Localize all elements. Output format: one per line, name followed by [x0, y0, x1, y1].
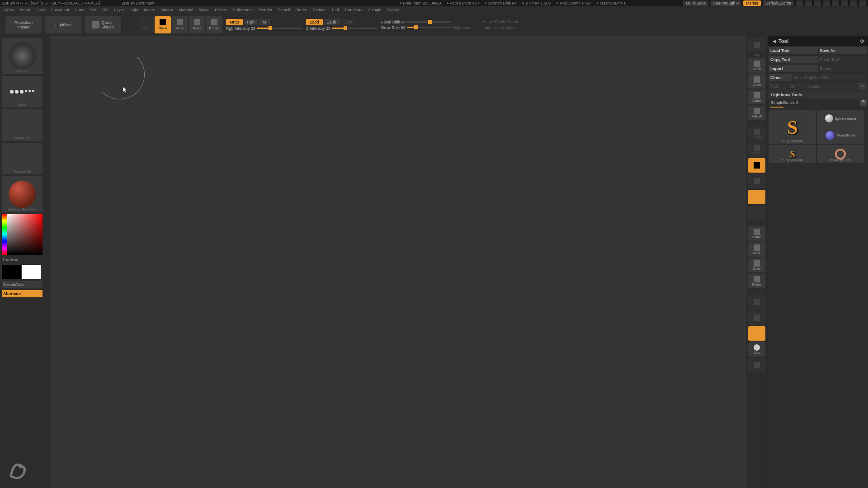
zadd-button[interactable]: Zadd	[306, 19, 323, 25]
color-picker[interactable]	[2, 214, 42, 255]
menu-marker[interactable]: Marker	[160, 8, 173, 12]
move-button[interactable]: Move	[172, 16, 188, 33]
tool-slot-simplebrush2[interactable]: S SimpleBrush	[769, 145, 816, 163]
quicksketch-button[interactable]: Quick Sketch	[85, 16, 121, 33]
menu-material[interactable]: Material	[179, 8, 193, 12]
canvas[interactable]	[50, 36, 746, 488]
xpose-disabled[interactable]	[748, 206, 765, 220]
menu-zscript[interactable]: Zscript	[387, 8, 399, 12]
export-button[interactable]: Export	[819, 65, 868, 72]
goz-button[interactable]: GoZ	[769, 83, 787, 90]
projection-master-button[interactable]: Projection Master	[5, 16, 42, 33]
scale-button[interactable]: Scale	[189, 16, 205, 33]
menu-color[interactable]: Color	[36, 8, 46, 12]
hue-strip[interactable]	[2, 214, 7, 255]
goz-all-button[interactable]: All	[788, 83, 806, 90]
material-selector[interactable]: MatCap Red Wax	[2, 176, 42, 212]
draw-button[interactable]: Draw	[155, 16, 171, 33]
scroll-button[interactable]: Scroll	[748, 58, 765, 73]
zoom-button[interactable]: Zoom	[748, 74, 765, 89]
zsub-button[interactable]: Zsub	[324, 19, 340, 25]
black-swatch[interactable]	[2, 265, 21, 279]
menus-button[interactable]: Menus	[743, 0, 761, 6]
saturation-box[interactable]	[7, 214, 42, 255]
menu-zplugin[interactable]: Zplugin	[368, 8, 382, 12]
transp-button[interactable]	[748, 310, 765, 325]
nav-move-button[interactable]: Move	[748, 242, 765, 257]
switchcolor-button[interactable]: SwitchColor	[2, 281, 42, 288]
minimize-icon[interactable]	[832, 0, 839, 6]
menu-layer[interactable]: Layer	[114, 8, 124, 12]
persp-button[interactable]: Persp	[748, 127, 765, 141]
m-button[interactable]: M	[259, 19, 270, 25]
close-icon[interactable]	[859, 0, 866, 6]
dock-blank[interactable]	[748, 38, 765, 52]
menu-preferences[interactable]: Preferences	[231, 8, 254, 12]
goz-visible-button[interactable]: Visible	[807, 83, 857, 90]
menu-texture[interactable]: Texture	[312, 8, 326, 12]
edit-button[interactable]: Edit	[137, 16, 154, 33]
refresh-icon[interactable]: ⟳	[860, 38, 864, 44]
goz-r-button[interactable]: R	[858, 83, 867, 90]
menu-draw[interactable]: Draw	[75, 8, 84, 12]
maximize-icon[interactable]	[841, 0, 848, 6]
floor-button[interactable]: Floor	[748, 142, 765, 157]
stroke-selector[interactable]: Dots	[2, 76, 42, 108]
xpose-button[interactable]	[748, 190, 765, 204]
ghost-button[interactable]	[748, 326, 765, 341]
menu-macro[interactable]: Macro	[144, 8, 155, 12]
seethrough-slider[interactable]: See-through 0	[710, 0, 741, 6]
zcut-button[interactable]: Zcut	[341, 19, 356, 25]
collapse-icon[interactable]: ◄	[772, 38, 777, 44]
menu-tool[interactable]: Tool	[331, 8, 339, 12]
local-button[interactable]	[748, 158, 765, 173]
menu-transform[interactable]: Transform	[344, 8, 363, 12]
restore-icon[interactable]	[850, 0, 857, 6]
dock-bottom-icon[interactable]	[823, 0, 830, 6]
dock-left-icon[interactable]	[796, 0, 803, 6]
default-zscript[interactable]: DefaultZScript	[763, 0, 794, 6]
brush-selector[interactable]: Standar	[2, 38, 42, 74]
alpha-selector[interactable]: Alpha Off	[2, 109, 42, 141]
copy-tool-button[interactable]: Copy Tool	[769, 56, 818, 63]
white-swatch[interactable]	[22, 265, 41, 279]
aahalf-button[interactable]: AAHalf	[748, 106, 765, 120]
tool-slot-simplebrush[interactable]: S SimpleBrush	[769, 110, 816, 144]
menu-picker[interactable]: Picker	[215, 8, 226, 12]
quicksave-button[interactable]: QuickSave	[683, 0, 708, 6]
tool-r-button[interactable]: R	[860, 99, 867, 106]
dock-right-icon[interactable]	[805, 0, 812, 6]
dock-top-icon[interactable]	[814, 0, 821, 6]
menu-stencil[interactable]: Stencil	[278, 8, 290, 12]
rgb-button[interactable]: Rgb	[244, 19, 259, 25]
lightbox-button[interactable]: LightBox	[45, 16, 81, 33]
draw-size-slider[interactable]: Draw Size 64 Dynamic	[381, 25, 470, 30]
load-tool-button[interactable]: Load Tool	[769, 47, 818, 54]
tool-slot-eraser[interactable]: EraserBrush	[817, 145, 864, 163]
make-polymesh-button[interactable]: Make PolyMesh3D	[793, 74, 867, 81]
menu-document[interactable]: Document	[51, 8, 69, 12]
lightbox-tools-header[interactable]: Lightbox> Tools	[768, 91, 868, 99]
menu-edit[interactable]: Edit	[90, 8, 97, 12]
polyf-button[interactable]	[748, 295, 765, 309]
import-button[interactable]: Import	[769, 65, 818, 72]
menu-light[interactable]: Light	[130, 8, 139, 12]
tool-panel-header[interactable]: ◄ Tool ⟳	[768, 36, 868, 46]
rotate-button[interactable]: Rotate	[206, 16, 222, 33]
save-as-button[interactable]: Save As	[819, 47, 868, 54]
tool-slot-right[interactable]: SphereBrush AlphaBrush	[817, 110, 864, 144]
dynamic-button[interactable]	[748, 358, 765, 372]
menu-alpha[interactable]: Alpha	[4, 8, 14, 12]
frame-button[interactable]: Frame	[748, 226, 765, 241]
menu-file[interactable]: File	[102, 8, 109, 12]
lsym-button[interactable]	[748, 174, 765, 188]
paste-tool-button[interactable]: Paste Tool	[819, 56, 868, 63]
menu-stroke[interactable]: Stroke	[295, 8, 307, 12]
nav-rotate-button[interactable]: Rotate	[748, 274, 765, 288]
texture-selector[interactable]: Texture Off	[2, 143, 42, 174]
rgb-intensity-slider[interactable]: Rgb Intensity 25	[226, 26, 302, 31]
gradient-button[interactable]: Gradient	[2, 257, 48, 263]
solo-button[interactable]: Solo	[748, 342, 765, 357]
alternate-button[interactable]: Alternate	[2, 290, 42, 297]
z-intensity-slider[interactable]: Z Intensity 25	[306, 26, 377, 31]
